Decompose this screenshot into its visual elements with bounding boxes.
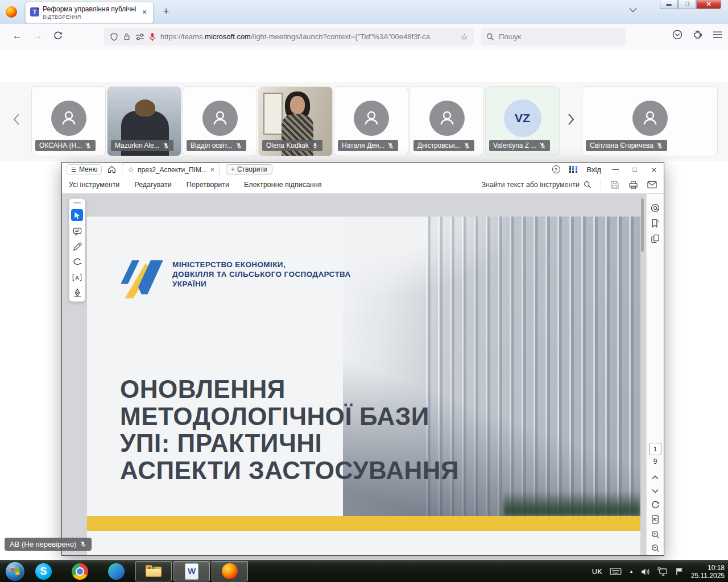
select-tool-button[interactable] (71, 209, 83, 221)
search-icon (584, 181, 592, 189)
back-button[interactable]: ← (13, 30, 22, 41)
mic-off-icon (85, 142, 92, 149)
lock-icon[interactable] (123, 32, 131, 41)
start-button[interactable] (6, 562, 24, 581)
menu-esign[interactable]: Електронне підписання (244, 181, 321, 189)
participant-tile[interactable]: ОКСАНА (Н... (31, 86, 106, 156)
document-tab-title: през2_Аспекти_ПІМ... (138, 166, 207, 174)
participant-name: Olena Kudliak (266, 142, 309, 149)
taskbar-skype-icon[interactable]: S (35, 563, 52, 580)
page-up-chevron-icon[interactable] (650, 472, 660, 483)
shield-icon[interactable] (110, 32, 118, 41)
comments-panel-icon[interactable] (650, 203, 660, 213)
taskbar-word-button[interactable]: W (173, 561, 210, 581)
tab-audio-playing-icon: 🕨 (36, 6, 39, 11)
language-indicator[interactable]: UK (592, 567, 602, 576)
browser-tab-teams[interactable]: T 🕨 Реформа управління публічні ВІДТВОРЕ… (25, 2, 154, 24)
search-box[interactable]: Пошук (481, 28, 626, 45)
trees (503, 491, 640, 516)
fit-page-icon[interactable] (650, 514, 660, 525)
participant-tile[interactable]: Відділ освіт... (183, 86, 257, 156)
participant-tile-video[interactable]: Olena Kudliak (258, 86, 333, 156)
create-button[interactable]: + Створити (226, 164, 272, 174)
page-down-chevron-icon[interactable] (650, 486, 660, 496)
network-icon[interactable] (657, 567, 668, 576)
email-icon[interactable] (647, 181, 657, 189)
page-number-input[interactable]: 1 (649, 443, 661, 455)
participant-tile-video[interactable]: Mazurkin Ale... (107, 86, 181, 156)
participant-tile[interactable]: Наталя Ден... (334, 86, 408, 156)
taskbar-chrome-icon[interactable] (72, 563, 88, 580)
help-icon[interactable]: ? (552, 165, 560, 173)
firefox-logo-icon (6, 6, 17, 18)
bookmark-star-icon[interactable]: ☆ (461, 32, 468, 42)
taskbar-edge-icon[interactable] (108, 563, 125, 580)
print-icon[interactable] (628, 180, 638, 189)
acrobat-maximize-button[interactable]: □ (630, 165, 640, 173)
window-close-button[interactable]: ✕ (696, 0, 721, 9)
taskbar-explorer-button[interactable] (135, 561, 172, 581)
menu-convert[interactable]: Перетворити (187, 181, 229, 189)
tray-clock[interactable]: 10:18 25.11.2025 (691, 564, 725, 580)
draw-tool-button[interactable] (72, 257, 82, 267)
browser-navbar: ← → https://teams.microsoft.com/light-me… (0, 24, 728, 51)
keyboard-icon[interactable] (610, 567, 622, 576)
tab-list-chevron-icon[interactable] (629, 7, 637, 13)
reload-button[interactable] (53, 31, 63, 40)
menu-all-tools[interactable]: Усі інструменти (69, 181, 119, 189)
doc-star-icon[interactable]: ☆ (127, 165, 134, 174)
extensions-icon[interactable] (693, 30, 702, 40)
home-icon[interactable] (107, 165, 116, 173)
document-tab[interactable]: ☆ през2_Аспекти_ПІМ... × (122, 163, 220, 176)
url-bar[interactable]: https://teams.microsoft.com/light-meetin… (104, 28, 474, 45)
new-tab-button[interactable]: + (159, 5, 173, 19)
tab-title: Реформа управління публічні (43, 5, 140, 13)
tab-close-icon[interactable]: × (139, 7, 150, 18)
right-rail: 1 9 (646, 194, 664, 555)
vertical-scrollbar-thumb[interactable] (641, 198, 644, 252)
word-icon: W (185, 563, 198, 580)
url-text[interactable]: https://teams.microsoft.com/light-meetin… (160, 32, 456, 41)
ministry-logo (118, 254, 171, 301)
bookmarks-panel-icon[interactable] (650, 218, 660, 228)
windows-taskbar: S W UK ▲ 10:18 25.11.2025 (0, 560, 728, 582)
apps-grid-icon[interactable] (569, 166, 578, 173)
zoom-out-icon[interactable] (650, 543, 660, 553)
pencil-tool-button[interactable] (72, 242, 82, 252)
show-hidden-icons-arrow[interactable]: ▲ (629, 569, 634, 574)
signin-button[interactable]: Вхід (587, 165, 602, 174)
strip-prev-chevron-icon[interactable] (13, 113, 20, 128)
forward-button[interactable]: → (33, 30, 43, 41)
window-controls: ▬ ❐ ✕ (660, 0, 721, 9)
taskbar-firefox-button[interactable] (212, 561, 248, 581)
comment-tool-button[interactable] (72, 226, 82, 236)
zoom-in-icon[interactable] (650, 529, 660, 539)
avatar (429, 101, 465, 136)
text-tool-button[interactable]: A (72, 272, 82, 282)
acrobat-close-button[interactable]: × (649, 165, 659, 174)
acrobat-minimize-button[interactable]: — (610, 165, 621, 173)
rotate-page-icon[interactable] (650, 500, 660, 510)
window-restore-button[interactable]: ❐ (678, 0, 696, 9)
menu-edit[interactable]: Редагувати (134, 181, 171, 189)
sign-tool-button[interactable] (72, 288, 82, 298)
palette-drag-handle[interactable] (73, 202, 81, 203)
permissions-icon[interactable] (135, 33, 144, 41)
acrobat-menu-button[interactable]: ☰ Меню (67, 164, 102, 174)
action-center-flag-icon[interactable] (676, 567, 684, 576)
app-menu-hamburger-icon[interactable] (713, 31, 722, 39)
pocket-icon[interactable] (672, 30, 682, 40)
page-total: 9 (647, 458, 664, 465)
participant-tile[interactable]: VZ Valentyna Z ... (485, 86, 560, 156)
pages-panel-icon[interactable] (650, 234, 660, 244)
participant-tile[interactable]: Дністровськ... (410, 86, 484, 156)
microphone-permission-icon[interactable] (149, 32, 156, 41)
participant-video-head (135, 99, 155, 117)
strip-next-chevron-icon[interactable] (568, 113, 575, 128)
find-tools-button[interactable]: Знайти текст або інструменти (482, 181, 592, 189)
participant-tile[interactable]: Світлана Єгоричева (582, 86, 718, 156)
window-minimize-button[interactable]: ▬ (660, 0, 678, 9)
volume-icon[interactable] (641, 568, 650, 576)
save-icon[interactable] (610, 180, 619, 189)
doc-tab-close-icon[interactable]: × (210, 166, 214, 174)
